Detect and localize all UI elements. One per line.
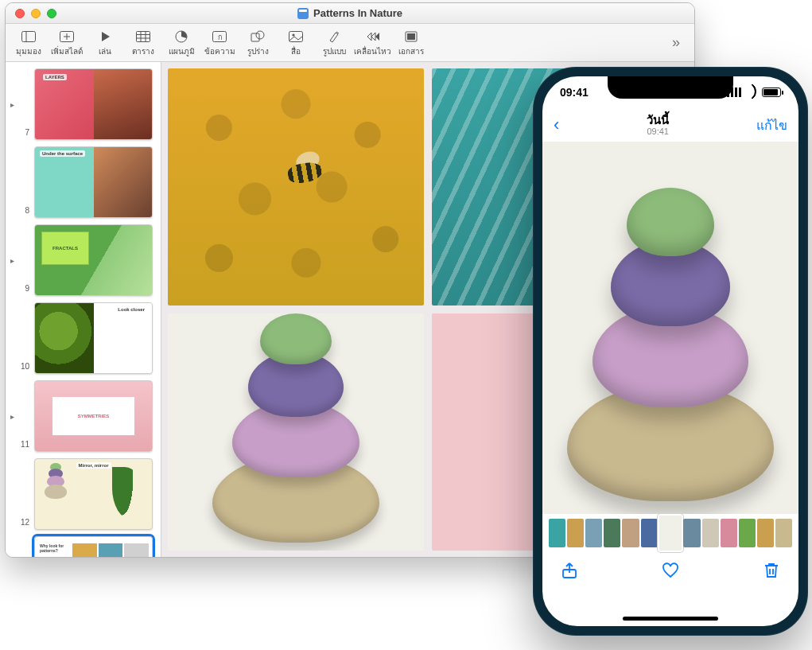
toolbar-label: แผนภูมิ [169,45,195,57]
toolbar-text-button[interactable]: ก ข้อความ [201,25,238,60]
slide-number: 12 [18,518,29,527]
nav-title-text: วันนี้ [647,114,669,127]
chevron-left-icon: ‹ [554,115,559,134]
nav-subtitle-text: 09:41 [647,126,669,136]
strip-thumbnail[interactable] [622,519,639,547]
svg-marker-5 [102,32,110,41]
photos-toolbar [542,552,798,592]
toolbar-media-button[interactable]: สื่อ [278,25,314,60]
strip-thumbnail[interactable] [641,519,658,547]
document-icon [404,29,418,45]
trash-icon [762,561,781,580]
strip-thumbnail[interactable] [721,519,737,547]
svg-rect-0 [22,31,36,41]
disclosure-triangle-icon[interactable]: ▸ [6,256,18,265]
toolbar-format-button[interactable]: รูปแบบ [316,25,352,60]
strip-thumbnail[interactable] [702,519,719,547]
photos-nav-bar: ‹ วันนี้ 09:41 แก้ไข [542,108,798,142]
iphone-device: 09:41 ‹ วันนี้ 09:41 แก้ไข [533,67,808,636]
toolbar-label: เล่น [99,45,111,57]
window-title: Patterns In Nature [297,7,402,19]
text-icon: ก [212,29,227,45]
plus-icon [60,29,74,45]
toolbar-view-button[interactable]: มุมมอง [10,25,47,60]
share-icon [560,561,579,580]
svg-text:ก: ก [218,33,222,41]
chevron-double-right-icon: » [672,34,680,51]
svg-rect-14 [251,33,259,41]
animate-icon [365,29,381,45]
canvas-image-sea-urchin-stack[interactable] [168,313,424,551]
canvas-image-honeycomb[interactable] [168,68,424,306]
slide-thumbnail-11[interactable]: ▸ 11 SYMMETRIES [6,379,159,457]
back-button[interactable]: ‹ [554,115,559,135]
svg-rect-16 [289,31,303,41]
strip-thumbnail[interactable] [659,516,682,551]
strip-thumbnail[interactable] [549,519,565,547]
window-title-text: Patterns In Nature [313,7,402,19]
strip-thumbnail[interactable] [757,519,774,547]
play-icon [99,29,111,45]
window-controls [15,9,56,18]
shape-icon [251,29,265,45]
toolbar: มุมมอง เพิ่มสไลด์ เล่น ตาราง แผนภูมิ [6,24,694,62]
status-time: 09:41 [560,86,589,99]
toolbar-add-slide-button[interactable]: เพิ่มสไลด์ [49,25,85,60]
minimize-window-button[interactable] [31,9,41,18]
strip-thumbnail[interactable] [604,519,620,547]
toolbar-label: สื่อ [291,45,301,57]
media-icon [289,29,303,45]
slide-thumbnail-7[interactable]: ▸ 7 LAYERS [6,67,159,145]
strip-thumbnail[interactable] [775,519,792,547]
toolbar-label: รูปร่าง [247,45,269,57]
close-window-button[interactable] [15,9,25,18]
toolbar-label: ตาราง [132,45,154,57]
svg-rect-6 [137,31,150,41]
slide-number: 9 [18,284,29,293]
iphone-notch [608,76,733,99]
bee-icon [275,154,331,190]
slide-number: 8 [18,206,29,215]
toolbar-document-button[interactable]: เอกสาร [393,25,429,60]
slide-thumbnail-9[interactable]: ▸ 9 FRACTALS [6,223,159,301]
edit-button[interactable]: แก้ไข [756,115,787,135]
slide-thumbnail-10[interactable]: ▸ 10 Look closer [6,301,159,379]
toolbar-label: เอกสาร [398,45,424,57]
toolbar-label: เพิ่มสไลด์ [51,45,83,57]
toolbar-label: มุมมอง [16,45,41,57]
toolbar-shape-button[interactable]: รูปร่าง [239,25,276,60]
slide-navigator[interactable]: ▸ 7 LAYERS ▸ 8 Under the surface ▸ 9 FRA… [6,62,161,557]
share-button[interactable] [560,561,579,583]
toolbar-chart-button[interactable]: แผนภูมิ [163,25,200,60]
svg-marker-19 [367,33,371,41]
document-proxy-icon[interactable] [297,8,309,19]
strip-thumbnail[interactable] [683,519,700,547]
nav-title: วันนี้ 09:41 [647,114,669,137]
delete-button[interactable] [762,561,781,583]
toolbar-play-button[interactable]: เล่น [87,25,123,60]
toolbar-table-button[interactable]: ตาราง [125,25,161,60]
zoom-window-button[interactable] [47,9,56,18]
strip-thumbnail[interactable] [739,519,756,547]
battery-icon [762,88,781,97]
toolbar-overflow-button[interactable]: » [662,34,690,51]
toolbar-animate-button[interactable]: เคลื่อนไหว [354,25,391,60]
titlebar[interactable]: Patterns In Nature [6,3,694,24]
favorite-button[interactable] [661,561,680,583]
svg-point-15 [256,31,264,39]
photo-thumbnail-strip[interactable] [542,514,798,552]
wifi-icon [745,88,758,97]
slide-number: 10 [18,362,29,371]
disclosure-triangle-icon[interactable]: ▸ [6,412,18,421]
strip-thumbnail[interactable] [585,519,602,547]
slide-thumbnail-13[interactable]: ▸ 13 Why look for patterns? [6,535,159,557]
strip-thumbnail[interactable] [567,519,584,547]
format-icon [328,29,340,45]
heart-icon [661,561,680,580]
sidebar-icon [21,29,36,45]
photo-viewer[interactable] [542,142,798,514]
home-indicator[interactable] [623,617,718,621]
disclosure-triangle-icon[interactable]: ▸ [6,100,18,109]
slide-thumbnail-8[interactable]: ▸ 8 Under the surface [6,145,159,223]
slide-thumbnail-12[interactable]: ▸ 12 Mirror, mirror [6,457,159,535]
